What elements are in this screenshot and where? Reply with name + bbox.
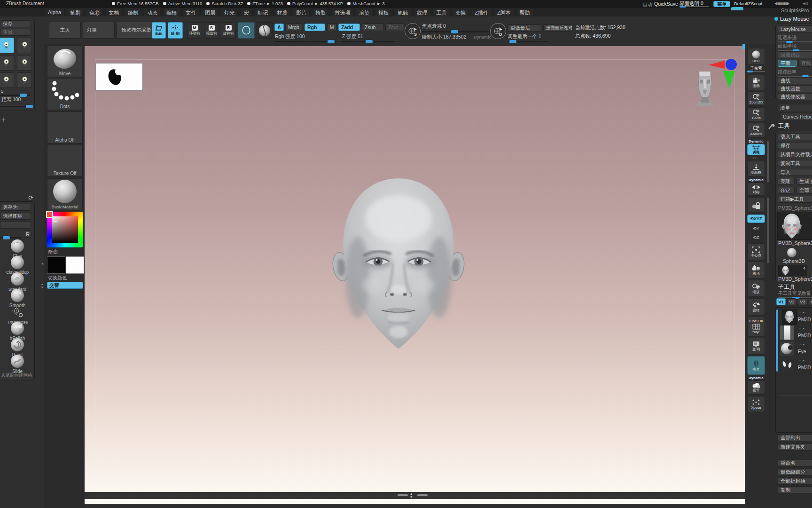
visibility-icons[interactable]: ⌄ ●	[799, 326, 804, 330]
hscroll-right-handle[interactable]	[417, 494, 428, 496]
mrgb-button[interactable]: Mrgb	[285, 24, 302, 31]
light-1-button[interactable]	[0, 38, 14, 53]
light-4-button[interactable]	[17, 55, 32, 71]
spix-handle[interactable]	[747, 71, 753, 72]
texture-off-tile[interactable]: Texture Off	[47, 145, 83, 177]
subtool-row-4[interactable]: PM3D_S ⌄ ●	[780, 357, 812, 373]
goz-all-button[interactable]: 全部	[796, 187, 812, 194]
del-lower-button[interactable]: 最低级细分	[778, 468, 812, 476]
scale-canvas-button[interactable]: 缩放	[747, 280, 765, 297]
r-button[interactable]: R	[24, 230, 31, 238]
rotate-z-button[interactable]: ⟲Z	[749, 234, 763, 241]
light-distance-handle[interactable]	[26, 105, 33, 108]
zoom-canvas-button[interactable]: Zoom2D	[747, 92, 765, 106]
rotate-y-button[interactable]: ⟲Y	[749, 225, 763, 232]
scale-gyro-button[interactable]: S 缩放轴	[204, 22, 219, 39]
ui-opacity-handle[interactable]	[679, 6, 686, 8]
actual-size-button[interactable]: 100%	[747, 107, 765, 121]
sculpted-head-model[interactable]	[329, 167, 468, 355]
title-slider-glyphs[interactable]: ◂▮▮▮▮ ▮▮▮▮▸	[774, 1, 789, 6]
curve-button[interactable]: 曲线	[778, 77, 812, 84]
light-5-button[interactable]	[0, 72, 14, 88]
rotate-gyro-button[interactable]: R 旋转轴	[221, 22, 236, 39]
light-3-button[interactable]	[0, 55, 14, 71]
track-curvature-slider[interactable]: 跟踪曲率	[778, 69, 812, 77]
gradient-label[interactable]: 渐变	[48, 249, 58, 255]
subtool-row-3[interactable]: Eye_ ⌄ ●	[780, 341, 812, 357]
center-button[interactable]: 中心点	[747, 243, 765, 260]
adjust-last-handle[interactable]	[509, 40, 516, 43]
light-6-button[interactable]	[17, 72, 32, 88]
canvas-bottom-bar[interactable]	[85, 492, 745, 499]
dynamic-label[interactable]: Dynamic	[474, 35, 492, 40]
sphere3d-thumbnail[interactable]	[786, 247, 798, 258]
line-button[interactable]: 直线	[798, 60, 812, 67]
spix-slider[interactable]: 子像素	[747, 66, 765, 72]
rename-button[interactable]: 重命名	[778, 460, 812, 467]
visibility-icons[interactable]: ⌄ ●	[799, 310, 804, 314]
xpose-button[interactable]: Xpose	[747, 396, 765, 412]
subtool-row-1[interactable]: PM3D_S ⌄ ●	[780, 310, 812, 325]
alpha-off-tile[interactable]: Alpha Off	[47, 111, 83, 143]
new-folder-button[interactable]: 新建文件夹	[778, 444, 812, 451]
tool-palette-header[interactable]: 工具	[768, 122, 790, 130]
ui-opacity-track[interactable]	[679, 6, 709, 7]
stroke-picker-button[interactable]	[238, 22, 255, 39]
tray-tab-nub[interactable]	[731, 7, 743, 10]
light-distance-slider[interactable]: 距离 100	[1, 96, 21, 103]
m-button[interactable]: M	[327, 24, 336, 31]
move-canvas-button[interactable]: 移动	[747, 262, 765, 278]
lock-button[interactable]	[747, 198, 765, 213]
rotate-xyz-button[interactable]: ⟲XYZ	[747, 214, 765, 223]
material-picker-button[interactable]	[257, 22, 273, 39]
copy-tool-button[interactable]: 复制工具	[778, 160, 812, 167]
load-tool-button[interactable]: 载入工具	[778, 133, 812, 140]
stroke-dots-tile[interactable]: Dots	[47, 78, 83, 110]
adjust-last-slider[interactable]: 调整最后一个 1	[508, 33, 547, 42]
subtool-row-2[interactable]: PM3D_C ⌄ ●	[780, 325, 812, 341]
visibility-icons[interactable]: ⌄ ●	[799, 358, 804, 362]
mrgb-a-button[interactable]: A	[274, 24, 284, 31]
perspective-button[interactable]: 透视	[747, 144, 765, 155]
subtool-tab-v3[interactable]: V3	[798, 298, 807, 305]
primary-color-swatch[interactable]	[47, 256, 65, 274]
lazy-steps-slider[interactable]: 延迟步进	[778, 34, 812, 42]
symmetry-button[interactable]: 对称	[747, 183, 765, 196]
redo-button[interactable]: 重做	[0, 29, 31, 36]
subtool-tab-v2[interactable]: V2	[787, 298, 796, 305]
list-all-button[interactable]: 全部列出	[778, 434, 812, 441]
light-distance-track[interactable]	[0, 106, 33, 107]
lightbox-to-tool-button[interactable]: 灯箱▶工具	[778, 196, 812, 203]
edit-mode-button[interactable]: Edit	[152, 22, 166, 39]
blank-field[interactable]	[0, 222, 31, 229]
plane-button[interactable]: 平面	[778, 60, 796, 67]
subtool-tab-v1[interactable]: V1	[776, 298, 786, 305]
light-intensity-slider[interactable]	[0, 95, 30, 96]
aahalf-button[interactable]: AA50%	[747, 123, 765, 138]
focal-shift-handle[interactable]	[451, 30, 458, 33]
bpr-button[interactable]: BPR	[747, 48, 765, 65]
hscroll-left-handle[interactable]	[398, 494, 408, 496]
menu-toggle-button[interactable]: 菜单	[713, 1, 730, 7]
rotate-canvas-button[interactable]: 旋转	[747, 298, 765, 315]
color-picker[interactable]	[47, 212, 83, 247]
make-polymesh-button[interactable]: 生成 多	[796, 178, 812, 185]
save-as-button[interactable]: 另存为	[0, 204, 31, 211]
home-button[interactable]: 主页	[49, 22, 81, 39]
curves-helper-button[interactable]: Curves Helper	[781, 113, 812, 120]
rgb-intensity-handle[interactable]	[328, 40, 335, 43]
zcut-button[interactable]: Zcut	[385, 24, 404, 31]
tray-collapse-icon[interactable]: ◂	[41, 262, 43, 266]
stroke-d-icon[interactable]: D	[490, 23, 506, 39]
replay-last-button[interactable]: 重做最后	[508, 24, 541, 32]
brush-slider[interactable]	[0, 237, 22, 238]
dock-scrollbar[interactable]	[767, 198, 769, 263]
pick-icon-button[interactable]: 选择图标	[0, 213, 31, 220]
goz-button[interactable]: GoZ	[778, 187, 795, 194]
title-corner-icon[interactable]: ◂▤	[803, 1, 808, 6]
draw-size-slider[interactable]: 绘制大小 167.33502	[422, 34, 467, 40]
zsub-button[interactable]: Zsub	[362, 24, 383, 31]
stroke-s-icon[interactable]: S	[405, 23, 421, 39]
save-button[interactable]: 保存	[0, 20, 31, 27]
backtrack-button[interactable]: 回溯跟踪	[778, 51, 812, 58]
